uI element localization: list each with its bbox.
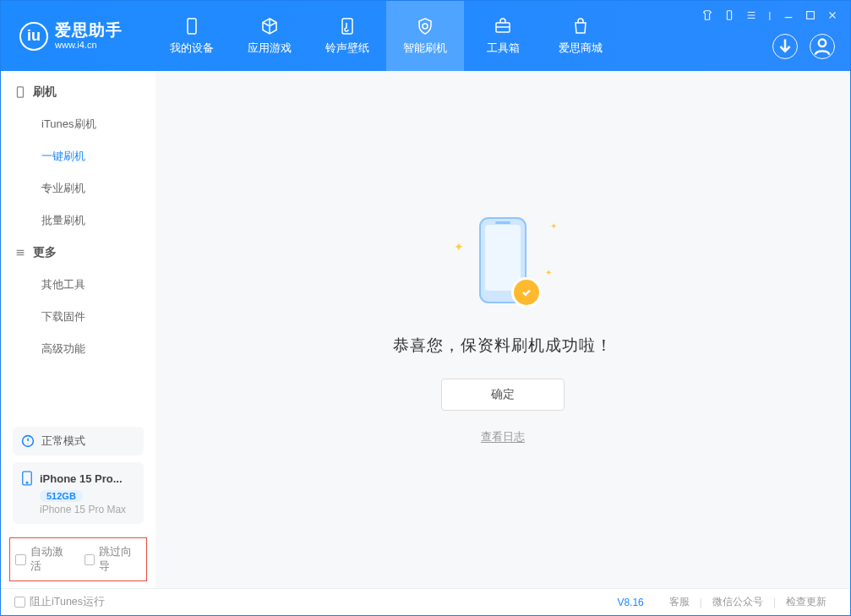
minimize-icon[interactable]	[783, 9, 794, 21]
app-logo: iu 爱思助手 www.i4.cn	[1, 22, 153, 51]
device-name: iPhone 15 Pro...	[40, 472, 123, 485]
success-message: 恭喜您，保资料刷机成功啦！	[393, 335, 613, 357]
user-icon[interactable]	[810, 34, 835, 59]
separator: |	[773, 597, 776, 608]
block-itunes-checkbox[interactable]: 阻止iTunes运行	[14, 595, 105, 609]
window-separator: |	[767, 9, 772, 21]
device-mode[interactable]: 正常模式	[13, 427, 144, 455]
button-label: 确定	[491, 387, 515, 402]
svg-rect-3	[727, 11, 731, 20]
auto-activate-checkbox[interactable]: 自动激活	[15, 545, 73, 574]
section-label: 更多	[33, 245, 57, 260]
svg-point-9	[26, 482, 28, 483]
sidebar-item-itunes-flash[interactable]: iTunes刷机	[1, 108, 155, 140]
nav-my-device[interactable]: 我的设备	[153, 1, 231, 71]
checkbox-label: 阻止iTunes运行	[30, 595, 105, 609]
options-row: 自动激活 跳过向导	[9, 537, 147, 581]
nav-label: 爱思商城	[559, 41, 603, 56]
sidebar-section-more: 更多	[1, 237, 155, 269]
nav-store[interactable]: 爱思商城	[542, 1, 619, 71]
separator: |	[700, 597, 702, 608]
cube-icon	[259, 16, 280, 36]
mode-label: 正常模式	[41, 433, 85, 449]
app-title: 爱思助手	[55, 22, 123, 40]
view-log-link[interactable]: 查看日志	[481, 429, 525, 444]
footer-link-update[interactable]: 检查更新	[786, 595, 826, 609]
sidebar-item-advanced[interactable]: 高级功能	[1, 333, 155, 365]
nav-label: 智能刷机	[403, 41, 447, 56]
svg-rect-0	[188, 19, 196, 34]
nav-label: 我的设备	[170, 41, 214, 56]
tshirt-icon[interactable]	[701, 9, 713, 21]
svg-point-5	[819, 40, 826, 46]
device-card[interactable]: iPhone 15 Pro... 512GB iPhone 15 Pro Max	[13, 462, 144, 524]
phone-small-icon[interactable]	[723, 9, 735, 21]
nav-smart-flash[interactable]: 智能刷机	[386, 1, 464, 71]
check-badge-icon	[511, 277, 542, 308]
nav-ringtones[interactable]: 铃声壁纸	[308, 1, 386, 71]
maximize-icon[interactable]	[805, 9, 816, 21]
svg-rect-4	[807, 12, 815, 19]
checkbox-label: 自动激活	[30, 545, 73, 574]
toolbox-icon	[493, 16, 513, 36]
sidebar-item-download-firmware[interactable]: 下载固件	[1, 301, 155, 333]
music-icon	[337, 16, 357, 36]
version-label: V8.16	[617, 597, 643, 608]
skip-guide-checkbox[interactable]: 跳过向导	[85, 545, 142, 574]
footer-link-support[interactable]: 客服	[669, 595, 690, 609]
nav-apps-games[interactable]: 应用游戏	[231, 1, 308, 71]
sidebar-item-pro-flash[interactable]: 专业刷机	[1, 172, 155, 204]
sidebar-item-oneclick-flash[interactable]: 一键刷机	[1, 140, 155, 172]
download-icon[interactable]	[772, 34, 798, 59]
refresh-shield-icon	[415, 16, 435, 36]
logo-icon: iu	[19, 22, 48, 51]
section-label: 刷机	[33, 84, 57, 100]
sidebar-item-batch-flash[interactable]: 批量刷机	[1, 204, 155, 237]
nav-label: 应用游戏	[248, 41, 292, 56]
sidebar-item-other-tools[interactable]: 其他工具	[1, 269, 155, 301]
nav-label: 铃声壁纸	[325, 41, 369, 56]
svg-rect-12	[495, 221, 510, 224]
storage-pill: 512GB	[40, 490, 83, 502]
checkbox-label: 跳过向导	[99, 545, 141, 574]
app-url: www.i4.cn	[55, 40, 123, 50]
device-icon	[182, 16, 202, 36]
close-icon[interactable]	[826, 9, 838, 21]
nav-label: 工具箱	[487, 41, 520, 56]
sidebar-section-flash: 刷机	[1, 76, 155, 108]
nav-toolbox[interactable]: 工具箱	[464, 1, 542, 71]
svg-rect-6	[18, 87, 24, 97]
device-fullname: iPhone 15 Pro Max	[40, 504, 135, 515]
footer-link-wechat[interactable]: 微信公众号	[712, 595, 763, 609]
ok-button[interactable]: 确定	[441, 379, 565, 411]
bag-icon	[570, 16, 591, 36]
menu-icon[interactable]	[745, 9, 757, 21]
success-illustration: ✦ ✦ ✦	[452, 215, 554, 316]
